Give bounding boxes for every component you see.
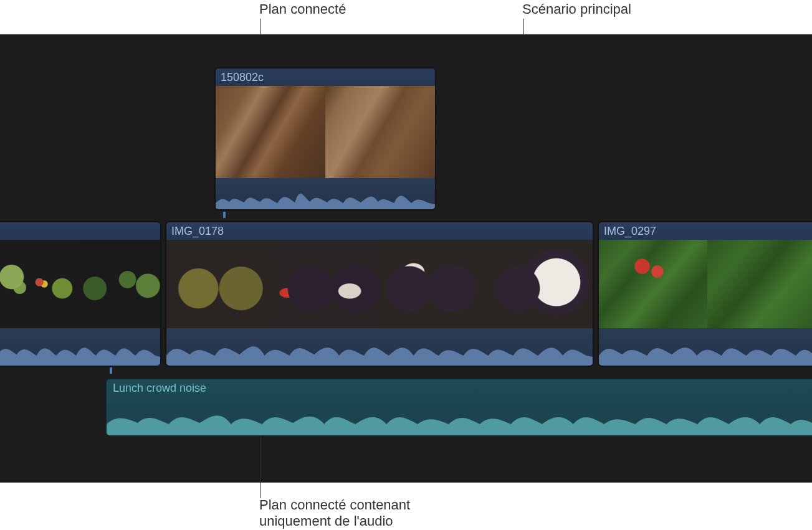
timeline[interactable]: 150802c IMG_0178 <box>0 34 812 483</box>
primary-clip-3[interactable]: IMG_0297 <box>598 222 812 366</box>
clip-thumbnail <box>79 240 160 328</box>
clip-audio-waveform[interactable] <box>107 398 812 435</box>
clip-audio-waveform[interactable] <box>166 328 593 366</box>
clip-thumbnail <box>0 240 79 328</box>
clip-thumbnail <box>166 240 273 328</box>
primary-clip-1[interactable] <box>0 222 161 366</box>
clip-thumbnail <box>486 240 593 328</box>
clip-thumbnail <box>273 240 380 328</box>
clip-label: IMG_0297 <box>599 222 812 240</box>
clip-label <box>0 222 160 240</box>
clip-label: Lunch crowd noise <box>107 379 812 398</box>
clip-thumbnail <box>599 240 707 328</box>
annotation-audio-only-line1: Plan connecté contenant <box>259 497 410 513</box>
audio-only-clip[interactable]: Lunch crowd noise <box>106 379 812 436</box>
connected-clip[interactable]: 150802c <box>215 68 436 210</box>
primary-clip-2[interactable]: IMG_0178 <box>166 222 593 366</box>
annotation-audio-only-line2: uniquement de l'audio <box>259 513 393 529</box>
connection-tick <box>223 212 226 218</box>
annotation-line <box>260 437 261 498</box>
clip-thumbnail <box>707 240 812 328</box>
clip-audio-waveform[interactable] <box>216 178 435 209</box>
clip-label: 150802c <box>216 69 435 86</box>
clip-audio-waveform[interactable] <box>599 328 812 366</box>
connection-tick <box>110 367 112 374</box>
clip-thumbnail <box>380 240 486 328</box>
clip-audio-waveform[interactable] <box>0 328 160 366</box>
annotation-primary-storyline: Scénario principal <box>522 1 631 17</box>
clip-thumbnail <box>325 86 435 178</box>
clip-thumbnail <box>216 86 325 178</box>
clip-label: IMG_0178 <box>166 222 593 240</box>
annotation-connected-clip: Plan connecté <box>259 1 346 17</box>
